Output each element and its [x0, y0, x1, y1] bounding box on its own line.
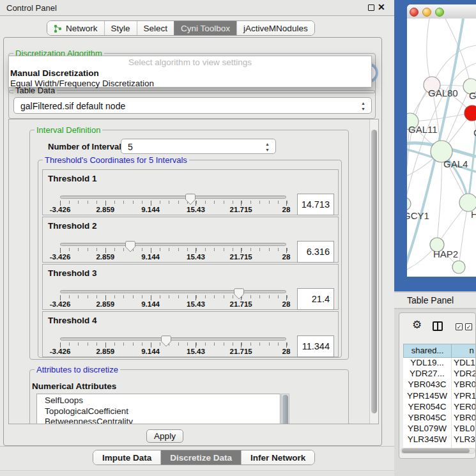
numerical-attributes-label: Numerical Attributes	[32, 381, 116, 391]
algorithm-dropdown-popup: Select algorithm to view settings Manual…	[8, 56, 372, 88]
threshold-4-value-field[interactable]: 11.344	[297, 335, 334, 357]
node-label: HAP2	[433, 249, 458, 259]
dropdown-option-equal-width[interactable]: Equal Width/Frequency Discretization	[9, 79, 371, 89]
list-item[interactable]: SelfLoops	[37, 395, 280, 406]
threshold-4-slider[interactable]: -3.426 2.859 9.144 15.43 21.715 28	[59, 333, 288, 358]
interval-definition-group: Interval Definition Number of Intervals …	[29, 130, 349, 360]
list-item[interactable]: BetweennessCentrality	[37, 417, 280, 424]
number-of-intervals-combobox[interactable]: 5 ▲▼	[121, 139, 276, 154]
network-graph: GAL80 GA C GAL11 GAL4 GCY1 H HAP2	[407, 19, 476, 277]
threshold-3-slider[interactable]: -3.426 2.859 9.144 15.43 21.715 28	[59, 286, 288, 311]
scrollbar-thumb[interactable]	[282, 395, 288, 424]
thresholds-group-title: Threshold's Coordinates for 5 Intervals	[43, 155, 189, 165]
tab-infer-network[interactable]: Infer Network	[241, 450, 314, 464]
dropdown-hint: Select algorithm to view settings	[9, 56, 371, 68]
checkbox-icon[interactable]: ✓	[465, 323, 472, 330]
horizontal-scrollbar[interactable]	[401, 448, 475, 454]
tab-impute-data[interactable]: Impute Data	[93, 450, 160, 464]
table-data-value: galFiltered.sif default node	[20, 101, 125, 111]
node-label: GA	[469, 90, 476, 101]
node-label: C	[473, 127, 476, 138]
float-window-icon[interactable]	[368, 4, 374, 11]
threshold-2-value-field[interactable]: 6.316	[297, 241, 334, 263]
minimize-traffic-light-icon[interactable]	[422, 8, 431, 17]
combo-stepper-icon: ▲▼	[361, 100, 365, 112]
node-table-card: ⚙ ✓ ✓ shared... n YDL19...YDL1 YDR27...Y…	[399, 312, 476, 459]
node-bottom	[452, 261, 465, 273]
network-canvas[interactable]: GAL80 GA C GAL11 GAL4 GCY1 H HAP2	[407, 19, 476, 277]
network-window[interactable]: GAL80 GA C GAL11 GAL4 GCY1 H HAP2	[407, 4, 476, 277]
table-row[interactable]: YDL19...YDL1	[403, 358, 476, 369]
attributes-list[interactable]: SelfLoops TopologicalCoefficient Between…	[36, 394, 280, 424]
gear-icon[interactable]: ⚙	[412, 318, 422, 332]
threshold-1-value-field[interactable]: 14.713	[297, 194, 334, 215]
combo-stepper-icon: ▲▼	[265, 141, 270, 153]
panel-title: Control Panel	[6, 3, 57, 13]
apply-button[interactable]: Apply	[146, 429, 183, 443]
interval-definition-title: Interval Definition	[35, 125, 102, 135]
scrollbar-thumb[interactable]	[371, 130, 377, 413]
node-label: GAL11	[408, 124, 438, 135]
tab-jactivemnodules[interactable]: jActiveMNodules	[236, 21, 314, 35]
table-row[interactable]: YBL079WYBL0	[403, 424, 476, 434]
tab-select[interactable]: Select	[137, 21, 174, 35]
bottom-tab-bar: Impute Data Discretize Data Infer Networ…	[93, 450, 315, 465]
top-tab-bar: Network Style Select Cyni Toolbox jActiv…	[47, 20, 315, 36]
column-header-name[interactable]: n	[451, 344, 476, 358]
table-row[interactable]: YBR045CYBR0	[403, 413, 476, 424]
tab-cyni-toolbox[interactable]: Cyni Toolbox	[174, 21, 236, 35]
threshold-4-panel: Threshold 4 -3.426 2.859 9.144 15.43	[42, 311, 339, 357]
tab-style[interactable]: Style	[104, 21, 137, 35]
tab-network-label: Network	[66, 24, 98, 33]
node-label: GAL4	[443, 158, 468, 169]
control-panel-titlebar: Control Panel ✕	[0, 0, 394, 16]
attributes-group: Attributes to discretize Numerical Attri…	[29, 369, 349, 424]
network-window-titlebar[interactable]	[407, 4, 476, 19]
close-icon[interactable]: ✕	[378, 2, 385, 12]
thresholds-group: Threshold's Coordinates for 5 Intervals …	[38, 160, 342, 358]
threshold-3-value-field[interactable]: 21.4	[297, 288, 334, 310]
attributes-list-scrollbar[interactable]	[281, 394, 289, 424]
settings-scroll-area: Interval Definition Number of Intervals …	[8, 119, 379, 424]
threshold-3-panel: Threshold 3 -3.426 2.859 9.144 15.43	[42, 264, 339, 310]
zoom-traffic-light-icon[interactable]	[435, 8, 444, 17]
column-header-shared-name[interactable]: shared...	[403, 344, 452, 358]
threshold-1-panel: Threshold 1 -3.426 2.859 9.144 15.43	[42, 169, 339, 215]
node-label: GCY1	[407, 210, 429, 221]
network-icon	[54, 24, 62, 33]
split-columns-icon[interactable]	[433, 321, 443, 331]
tab-discretize-data[interactable]: Discretize Data	[160, 450, 241, 464]
node-gcy1	[407, 197, 411, 210]
table-panel-title: Table Panel	[407, 295, 454, 305]
checkbox-icon[interactable]: ✓	[456, 323, 463, 330]
threshold-2-panel: Threshold 2 -3.426 2.859 9.144 15.43	[42, 217, 339, 263]
threshold-1-slider[interactable]: -3.426 2.859 9.144 15.43 21.715 28	[59, 191, 288, 217]
vertical-scrollbar[interactable]	[369, 119, 378, 424]
scrollbar-thumb[interactable]	[402, 449, 470, 453]
node-label: H	[471, 209, 476, 220]
dropdown-option-manual[interactable]: Manual Discretization	[9, 68, 371, 79]
table-row[interactable]: YER054CYER0	[403, 402, 476, 413]
list-item[interactable]: TopologicalCoefficient	[37, 406, 280, 417]
table-row[interactable]: YLR345WYLR3	[403, 434, 476, 445]
tab-network[interactable]: Network	[47, 21, 104, 35]
table-row[interactable]: YPR145WYPR1	[403, 391, 476, 402]
node-label: GAL80	[428, 88, 458, 98]
node-table[interactable]: YDL19...YDL1 YDR27...YDR2 YBR043CYBR0 YP…	[403, 358, 476, 448]
table-data-combobox[interactable]: galFiltered.sif default node ▲▼	[13, 97, 372, 114]
node-selected-red	[464, 105, 476, 121]
number-of-intervals-label: Number of Intervals	[48, 142, 126, 151]
table-row[interactable]: YDR27...YDR2	[403, 369, 476, 380]
table-row[interactable]: YBR043CYBR0	[403, 380, 476, 390]
threshold-2-slider[interactable]: -3.426 2.859 9.144 15.43 21.715 28	[59, 238, 288, 264]
close-traffic-light-icon[interactable]	[410, 8, 418, 17]
attributes-group-title: Attributes to discretize	[35, 365, 120, 374]
